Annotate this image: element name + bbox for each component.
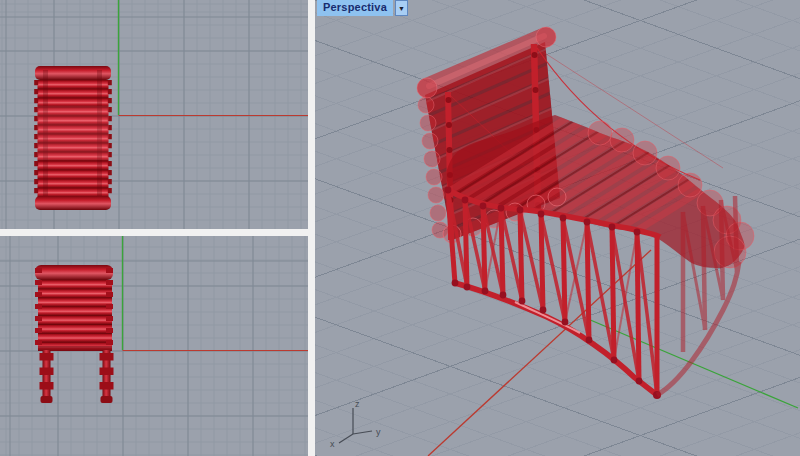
viewport-tab-label[interactable]: Perspectiva — [317, 0, 393, 16]
front-view-canvas — [0, 236, 308, 456]
viewport-tab-dropdown[interactable]: ▼ — [395, 0, 408, 16]
axis-gizmo-z-label: z — [355, 399, 360, 409]
perspective-canvas: z y x — [315, 0, 800, 456]
rhino-workspace: Perspectiva ▼ — [0, 0, 800, 456]
viewport-splitter-horizontal[interactable] — [0, 229, 308, 236]
model-front-view[interactable] — [35, 265, 113, 403]
chevron-down-icon: ▼ — [398, 5, 405, 12]
front-view-grid-axes — [123, 236, 309, 351]
model-top-view[interactable] — [35, 66, 111, 210]
top-view-grid-axes — [119, 0, 309, 116]
viewport-front-view[interactable] — [0, 236, 308, 456]
viewport-tab[interactable]: Perspectiva ▼ — [317, 0, 408, 16]
axis-gizmo-x-label: x — [330, 439, 335, 449]
chair-model[interactable] — [417, 0, 765, 399]
axis-gizmo: z y x — [330, 399, 381, 449]
axis-gizmo-y-label: y — [376, 427, 381, 437]
top-view-canvas — [0, 0, 308, 229]
viewport-perspective[interactable]: Perspectiva ▼ — [315, 0, 800, 456]
viewport-top-view[interactable] — [0, 0, 308, 229]
viewport-splitter-vertical[interactable] — [308, 0, 315, 456]
